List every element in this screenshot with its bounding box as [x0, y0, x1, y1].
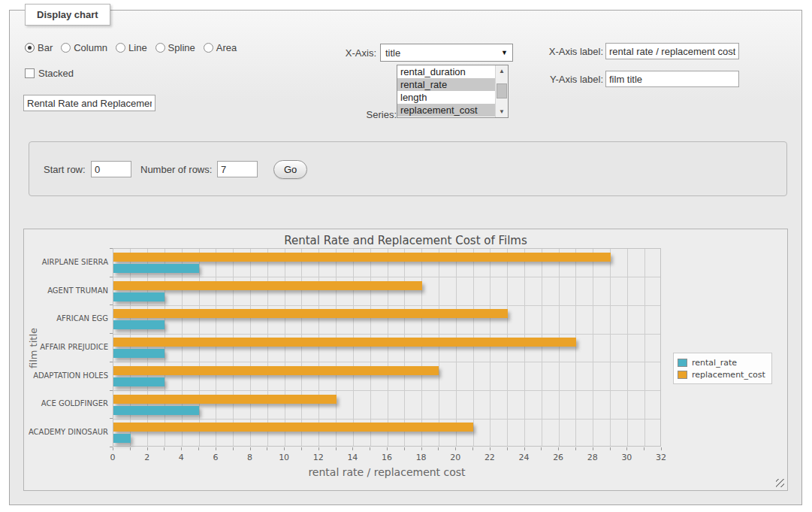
legend-label: replacement_cost	[692, 370, 765, 380]
legend-swatch	[678, 359, 687, 367]
x-tick-mark	[421, 447, 422, 450]
y-tick-mark	[110, 390, 113, 391]
radio-icon[interactable]	[116, 43, 125, 53]
bar-replacement_cost	[113, 366, 439, 375]
radio-icon[interactable]	[25, 43, 35, 53]
x-tick-mark	[626, 447, 627, 450]
y-axis-label-input[interactable]	[605, 71, 739, 87]
fieldset-legend: Display chart	[25, 4, 110, 26]
y-tick-label: AIRPLANE SIERRA	[24, 258, 108, 266]
x-tick-mark	[113, 447, 113, 450]
x-tick-mark	[610, 447, 611, 450]
series-option-length[interactable]: length	[397, 91, 495, 104]
bar-replacement_cost	[113, 395, 337, 404]
stacked-checkbox[interactable]	[25, 68, 35, 78]
x-tick-label: 8	[237, 453, 263, 462]
x-tick-mark	[438, 447, 439, 450]
chart-type-spline[interactable]: Spline	[155, 42, 195, 53]
series-listbox[interactable]: rental_durationrental_ratelengthreplacem…	[397, 65, 509, 118]
row-range-panel: Start row: Number of rows: Go	[29, 141, 787, 196]
x-tick-label: 30	[614, 453, 639, 462]
gridline	[490, 249, 491, 446]
radio-icon[interactable]	[155, 43, 165, 53]
radio-icon[interactable]	[204, 43, 213, 53]
series-options: rental_durationrental_ratelengthreplacem…	[397, 65, 495, 117]
gridline	[439, 249, 439, 446]
chart-legend: rental_ratereplacement_cost	[673, 353, 772, 384]
bar-rental_rate	[113, 377, 165, 386]
start-row-input[interactable]	[91, 161, 131, 177]
gridline	[267, 249, 268, 446]
number-of-rows-input[interactable]	[217, 161, 258, 177]
scroll-up-icon[interactable]: ▲	[496, 65, 508, 77]
series-option-replacement_cost[interactable]: replacement_cost	[397, 104, 495, 117]
x-tick-mark	[181, 447, 182, 450]
gridline	[113, 334, 660, 335]
chart-title-input[interactable]	[23, 95, 155, 111]
listbox-scrollbar[interactable]: ▲ ▼	[495, 65, 508, 117]
y-tick-label: ACADEMY DINOSAUR	[24, 428, 108, 436]
gridline	[216, 249, 216, 446]
x-axis-label-input[interactable]	[605, 43, 739, 59]
stacked-label: Stacked	[38, 68, 74, 79]
x-tick-mark	[352, 447, 353, 450]
chart-type-area[interactable]: Area	[204, 42, 237, 53]
legend-entry-rental_rate: rental_rate	[678, 356, 765, 368]
y-tick-mark	[110, 362, 113, 362]
gridline	[233, 249, 234, 446]
chart-type-line[interactable]: Line	[116, 42, 147, 53]
chart-type-bar[interactable]: Bar	[25, 42, 53, 53]
chevron-down-icon: ▼	[501, 49, 508, 56]
x-tick-mark	[147, 447, 148, 450]
bar-rental_rate	[113, 264, 199, 273]
stacked-checkbox-row[interactable]: Stacked	[25, 68, 74, 79]
x-tick-mark	[507, 447, 508, 450]
x-tick-mark	[524, 447, 525, 450]
gridline	[250, 249, 251, 446]
go-button[interactable]: Go	[273, 160, 307, 179]
x-axis-title: rental rate / replacement cost	[113, 466, 661, 478]
gridline	[593, 249, 593, 446]
y-tick-label: ACE GOLDFINGER	[24, 399, 108, 407]
scroll-down-icon[interactable]: ▼	[496, 106, 508, 117]
legend-swatch	[678, 371, 687, 379]
chart-type-column[interactable]: Column	[61, 42, 107, 53]
series-listbox-label: Series:	[325, 109, 397, 120]
gridline	[370, 249, 371, 446]
y-tick-label: AGENT TRUMAN	[24, 286, 108, 295]
x-axis-selected-value: title	[385, 47, 400, 59]
x-tick-mark	[490, 447, 491, 450]
gridline	[644, 249, 645, 446]
x-tick-label: 32	[648, 453, 674, 462]
bar-rental_rate	[113, 320, 165, 329]
legend-entry-replacement_cost: replacement_cost	[678, 368, 765, 380]
resize-handle-icon[interactable]	[776, 479, 784, 487]
bar-rental_rate	[113, 292, 165, 301]
gridline	[301, 249, 302, 446]
x-tick-mark	[404, 447, 405, 450]
series-option-rental_duration[interactable]: rental_duration	[397, 65, 495, 78]
y-tick-mark	[110, 333, 113, 334]
gridline	[575, 249, 576, 446]
gridline	[524, 249, 525, 446]
scrollbar-thumb[interactable]	[497, 83, 507, 98]
y-tick-label: AFRICAN EGG	[24, 314, 108, 323]
radio-icon[interactable]	[61, 43, 71, 53]
x-tick-mark	[250, 447, 251, 450]
x-tick-label: 14	[340, 453, 365, 462]
x-tick-label: 12	[306, 453, 331, 462]
bar-rental_rate	[113, 349, 165, 358]
x-tick-label: 26	[545, 453, 571, 462]
gridline	[182, 249, 183, 446]
x-tick-mark	[284, 447, 285, 450]
x-tick-mark	[387, 447, 388, 450]
x-axis-select[interactable]: title ▼	[380, 44, 513, 62]
y-tick-mark	[110, 304, 113, 305]
x-tick-label: 4	[168, 453, 194, 462]
series-option-rental_rate[interactable]: rental_rate	[397, 78, 495, 91]
gridline	[353, 249, 354, 446]
x-tick-mark	[455, 447, 456, 450]
x-tick-label: 6	[203, 453, 228, 462]
bar-rental_rate	[113, 406, 199, 415]
x-tick-mark	[318, 447, 319, 450]
